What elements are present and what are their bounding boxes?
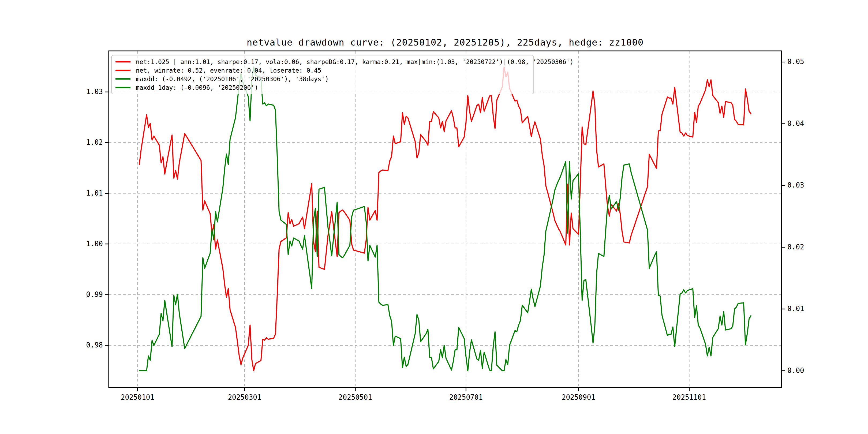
plot-border <box>109 51 781 388</box>
y-right-tick-label: 0.00 <box>787 367 822 374</box>
legend-item: net:1.025 | ann:1.01, sharpe:0.17, vola:… <box>116 58 530 66</box>
legend-line-swatch <box>116 78 130 80</box>
legend-item: maxdd: (-0.0492, ('20250106', '20250306'… <box>116 75 530 83</box>
x-tick-label: 20250101 <box>108 393 167 401</box>
y-right-tick-label: 0.05 <box>787 58 822 66</box>
figure-canvas: netvalue drawdown curve: (20250102, 2025… <box>0 0 868 434</box>
y-right-tick-label: 0.01 <box>787 305 822 313</box>
x-tick-label: 20250901 <box>549 393 608 401</box>
y-left-tick-label: 1.03 <box>73 88 103 96</box>
y-right-tick-label: 0.03 <box>787 181 822 189</box>
legend-item: net, winrate: 0.52, evenrate: 0.04, lose… <box>116 66 530 74</box>
x-tick-label: 20250301 <box>215 393 274 401</box>
maxdd-line <box>139 67 751 371</box>
legend-line-swatch <box>116 70 130 71</box>
y-left-tick-label: 1.00 <box>73 240 103 248</box>
y-left-tick-label: 1.02 <box>73 138 103 146</box>
x-tick-label: 20250501 <box>326 393 385 401</box>
legend-item: maxdd_1day: (-0.0096, '20250206') <box>116 83 530 92</box>
x-tick-label: 20251101 <box>660 393 719 401</box>
y-left-tick-label: 1.01 <box>73 189 103 197</box>
legend-label: maxdd_1day: (-0.0096, '20250206') <box>136 84 258 91</box>
y-right-tick-label: 0.04 <box>787 120 822 127</box>
y-left-tick-label: 0.98 <box>73 341 103 349</box>
legend-line-swatch <box>116 61 130 62</box>
legend-label: net:1.025 | ann:1.01, sharpe:0.17, vola:… <box>136 58 574 65</box>
net-line <box>139 67 751 371</box>
legend-box: net:1.025 | ann:1.01, sharpe:0.17, vola:… <box>111 55 534 94</box>
legend-label: maxdd: (-0.0492, ('20250106', '20250306'… <box>136 75 329 83</box>
legend-line-swatch <box>116 87 130 88</box>
x-tick-label: 20250701 <box>436 393 495 401</box>
y-left-tick-label: 0.99 <box>73 290 103 299</box>
y-right-tick-label: 0.02 <box>787 243 822 251</box>
legend-label: net, winrate: 0.52, evenrate: 0.04, lose… <box>136 67 321 74</box>
